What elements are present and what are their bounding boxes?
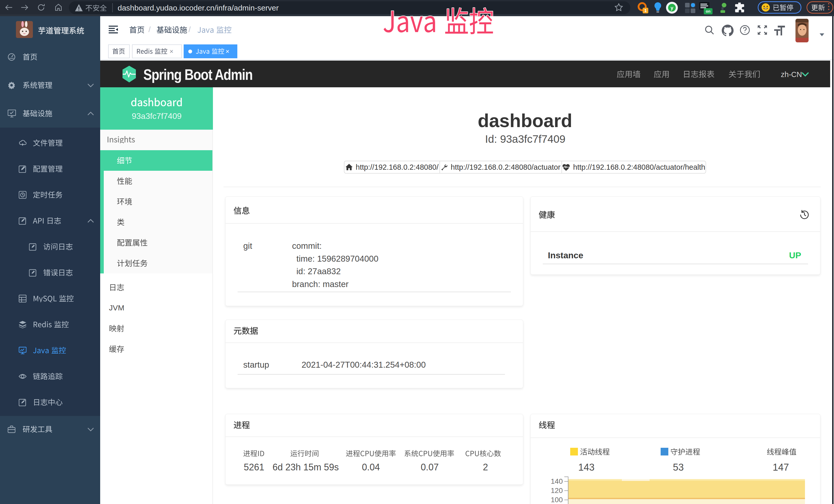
svg-text:1: 1 [644, 8, 646, 13]
svg-text:on: on [706, 9, 710, 13]
svg-text:y: y [671, 5, 674, 10]
